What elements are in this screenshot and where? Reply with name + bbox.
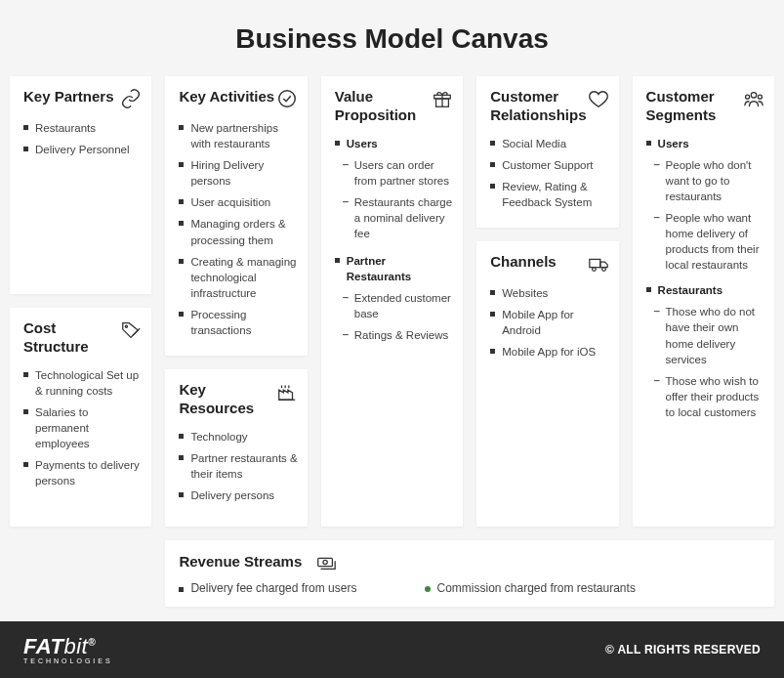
logo-subtext: TECHNOLOGIES: [23, 657, 113, 664]
vp-users-heading: Users: [335, 133, 453, 154]
cost-structure-title: Cost Structure: [23, 319, 120, 357]
key-resources-block: Key Resources Technology Partner restaur…: [165, 369, 307, 526]
list-item: Websites: [490, 282, 608, 304]
list-item: Delivery Personnel: [23, 139, 142, 160]
list-item: Restaurants: [23, 117, 142, 139]
tag-icon: [120, 319, 142, 341]
svg-rect-10: [318, 558, 333, 566]
list-item: Commission charged from restaurants: [425, 581, 635, 595]
svg-point-8: [746, 95, 750, 99]
customer-relationships-title: Customer Relationships: [490, 88, 587, 125]
svg-rect-4: [589, 259, 599, 267]
list-item: Those who do not have their own home del…: [654, 301, 764, 369]
svg-point-7: [751, 93, 757, 99]
logo: FATbit® TECHNOLOGIES: [23, 636, 113, 664]
revenue-streams-title: Revenue Streams: [179, 553, 302, 572]
users-icon: [743, 88, 764, 109]
key-activities-block: Key Activities New partnerships with res…: [165, 76, 307, 356]
check-circle-icon: [276, 88, 298, 109]
key-activities-title: Key Activities: [179, 88, 274, 106]
value-proposition-block: Value Proposition Users Users can order …: [321, 76, 463, 527]
logo-thin: bit: [63, 634, 88, 658]
list-item: Mobile App for Android: [490, 304, 608, 341]
page-title: Business Model Canvas: [10, 23, 774, 55]
svg-point-9: [758, 95, 762, 99]
list-item: Delivery fee charged from users: [179, 581, 356, 595]
list-item: Technology: [179, 426, 297, 447]
gift-icon: [432, 88, 453, 109]
vp-partners-heading: Partner Restaurants: [335, 250, 453, 287]
list-item: Users can order from partner stores: [343, 154, 453, 191]
list-item: Salaries to permanent employees: [23, 402, 142, 454]
svg-point-5: [592, 268, 596, 272]
cost-structure-block: Cost Structure Technological Set up & ru…: [10, 308, 151, 526]
customer-segments-title: Customer Segments: [646, 88, 743, 125]
copyright-text: © ALL RIGHTS RESERVED: [605, 643, 761, 657]
list-item: Social Media: [490, 133, 608, 154]
list-item: Payments to delivery persons: [23, 454, 142, 491]
value-proposition-title: Value Proposition: [335, 88, 432, 125]
link-icon: [120, 88, 142, 109]
customer-segments-block: Customer Segments Users People who don't…: [633, 76, 774, 527]
list-item: Creating & managing technological infras…: [179, 251, 297, 304]
list-item: Processing transactions: [179, 304, 297, 341]
channels-block: Channels Websites Mobile App for Android…: [476, 241, 618, 527]
factory-icon: [276, 381, 298, 403]
logo-bold: FAT: [23, 634, 63, 658]
list-item: Managing orders & processing them: [179, 213, 297, 250]
list-item: Partner restaurants & their items: [179, 447, 297, 485]
cs-users-heading: Users: [646, 133, 764, 154]
list-item: Technological Set up & running costs: [23, 364, 142, 402]
svg-point-6: [601, 268, 605, 272]
list-item: Restaurants charge a nominal delivery fe…: [343, 191, 453, 244]
list-item: New partnerships with restaurants: [179, 117, 297, 154]
key-partners-block: Key Partners Restaurants Delivery Person…: [10, 76, 151, 294]
svg-point-0: [126, 325, 128, 327]
list-item: People who don't want to go to restauran…: [654, 154, 764, 207]
footer: FATbit® TECHNOLOGIES © ALL RIGHTS RESERV…: [0, 621, 784, 678]
list-item: Delivery persons: [179, 485, 297, 506]
key-partners-title: Key Partners: [23, 88, 114, 106]
svg-point-1: [279, 91, 296, 107]
heart-icon: [588, 88, 609, 109]
registered-icon: ®: [88, 636, 96, 647]
channels-title: Channels: [490, 253, 557, 272]
list-item: Review, Rating & Feedback System: [490, 176, 608, 213]
list-item: Ratings & Reviews: [343, 324, 453, 346]
list-item: User acquisition: [179, 191, 297, 213]
list-item: People who want home delivery of product…: [654, 207, 764, 275]
cs-restaurants-heading: Restaurants: [646, 279, 764, 301]
key-resources-title: Key Resources: [179, 381, 275, 418]
list-item: Extended customer base: [343, 287, 453, 324]
list-item: Those who wish to offer their products t…: [654, 370, 764, 423]
list-item: Customer Support: [490, 154, 608, 176]
svg-point-11: [323, 560, 327, 564]
customer-relationships-block: Customer Relationships Social Media Cust…: [476, 76, 618, 228]
revenue-streams-block: Revenue Streams Delivery fee charged fro…: [165, 540, 774, 607]
canvas-grid: Key Partners Restaurants Delivery Person…: [10, 76, 774, 612]
money-icon: [315, 552, 337, 573]
list-item: Hiring Delivery persons: [179, 154, 297, 191]
truck-icon: [588, 253, 609, 275]
list-item: Mobile App for iOS: [490, 341, 608, 362]
